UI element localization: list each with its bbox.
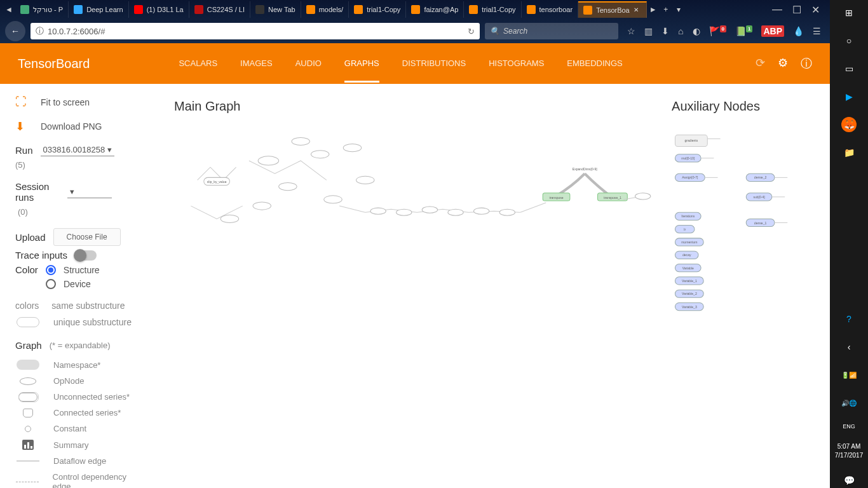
svg-point-8 — [324, 196, 342, 203]
search-box[interactable]: 🔍 Search — [485, 23, 618, 39]
graph-svg[interactable]: clip_by_value — [172, 122, 817, 477]
browser-tab[interactable]: faizan@Ap — [406, 1, 464, 18]
back-button[interactable]: ← — [5, 21, 25, 41]
pocket-icon[interactable]: ◐ — [693, 26, 700, 36]
system-clock[interactable]: 5:07 AM 7/17/2017 — [835, 442, 864, 460]
volume-icon[interactable]: 🔊🌐 — [841, 395, 857, 410]
choose-file-button[interactable]: Choose File — [53, 228, 121, 246]
radio-device[interactable] — [46, 279, 56, 289]
legend-namespace: Namespace* — [53, 360, 100, 370]
legend-unconnected: Unconnected series* — [53, 392, 130, 402]
browser-tab[interactable]: models/ — [301, 1, 349, 18]
svg-text:dense_2: dense_2 — [754, 175, 767, 179]
browser-tab[interactable]: trial1-Copy — [464, 1, 521, 18]
help-tray-icon[interactable]: ? — [841, 311, 857, 327]
tab-label: טורקל - P — [33, 6, 63, 14]
tab-embeddings[interactable]: EMBEDDINGS — [567, 44, 622, 83]
same-substructure-label: same substructure — [51, 301, 125, 311]
legend-opnode: OpNode — [53, 376, 84, 386]
downloads-icon[interactable]: ⬇ — [661, 26, 669, 36]
browser-tab-active[interactable]: TensorBoa✕ — [578, 1, 647, 18]
aux-nodes[interactable]: gradients mul[0-10] Assign[0-7] Iteratio… — [675, 135, 787, 310]
close-window-icon[interactable]: ✕ — [811, 4, 820, 16]
svg-text:decay: decay — [682, 253, 691, 257]
tensorboard-tabs: SCALARS IMAGES AUDIO GRAPHS DISTRIBUTION… — [179, 44, 622, 83]
tensorboard-header-icons: ⟳ ⚙ ⓘ — [756, 56, 812, 71]
minimize-icon[interactable]: — — [772, 4, 782, 16]
download-png-button[interactable]: ⬇ Download PNG — [15, 119, 144, 133]
session-count: (0) — [18, 207, 28, 217]
expand-tray-icon[interactable]: ‹ — [841, 339, 857, 355]
tab-graphs[interactable]: GRAPHS — [344, 44, 379, 83]
device-label: Device — [64, 279, 91, 289]
svg-point-22 — [635, 193, 650, 200]
library-icon[interactable]: ▥ — [644, 26, 653, 36]
browser-tab[interactable]: Deep Learn — [69, 1, 129, 18]
tab-strip: ◄ טורקל - P Deep Learn (1) D3L1 La CS224… — [0, 0, 830, 19]
browser-chrome: ◄ טורקל - P Deep Learn (1) D3L1 La CS224… — [0, 0, 830, 43]
fit-to-screen-button[interactable]: ⛶ Fit to screen — [15, 95, 144, 109]
tab-scroll-left[interactable]: ◄ — [3, 3, 15, 17]
battery-wifi-icon[interactable]: 🔋📶 — [841, 367, 857, 383]
browser-tab[interactable]: טורקל - P — [15, 1, 69, 18]
svg-text:clip_by_value: clip_by_value — [207, 180, 227, 184]
notifications-icon[interactable]: 💬 — [841, 473, 857, 488]
help-icon[interactable]: ⓘ — [801, 56, 812, 71]
home-icon[interactable]: ⌂ — [678, 26, 683, 36]
new-tab-button[interactable]: + — [660, 3, 672, 17]
info-icon[interactable]: ⓘ — [36, 25, 44, 37]
trace-inputs-toggle[interactable] — [75, 250, 97, 261]
menu-icon[interactable]: ☰ — [813, 26, 821, 36]
tab-label: Deep Learn — [86, 6, 123, 13]
tab-label: faizan@Ap — [424, 6, 458, 13]
windows-taskbar: ⊞ ○ ▭ ▶ 🦊 📁 ? ‹ 🔋📶 🔊🌐 ENG 5:07 AM 7/17/2… — [830, 0, 868, 488]
url-input[interactable]: ⓘ 10.0.7.2:6006/# ↻ — [31, 23, 480, 39]
tab-scalars[interactable]: SCALARS — [179, 44, 217, 83]
browser-tab[interactable]: CS224S / LI — [189, 1, 250, 18]
browser-tab[interactable]: (1) D3L1 La — [129, 1, 189, 18]
tab-audio[interactable]: AUDIO — [295, 44, 322, 83]
music-app-icon[interactable]: ▶ — [841, 89, 857, 104]
browser-tab[interactable]: trial1-Copy — [349, 1, 406, 18]
browser-tab[interactable]: tensorboar — [522, 1, 579, 18]
graph-canvas[interactable]: Main Graph Auxiliary Nodes clip_by_value — [159, 84, 830, 488]
gear-icon[interactable]: ⚙ — [778, 56, 788, 71]
main-graph-nodes[interactable]: clip_by_value — [191, 137, 650, 222]
svg-text:transpose_1: transpose_1 — [604, 196, 621, 200]
session-runs-label: Session runs — [15, 181, 60, 203]
close-icon[interactable]: ✕ — [634, 6, 641, 14]
extension-badge-red[interactable]: 🚩0 — [709, 26, 726, 36]
refresh-icon[interactable]: ↻ — [468, 27, 475, 36]
run-count: (5) — [15, 160, 144, 170]
tab-distributions[interactable]: DISTRIBUTIONS — [402, 44, 466, 83]
svg-point-10 — [343, 144, 361, 152]
tab-images[interactable]: IMAGES — [240, 44, 273, 83]
browser-tab[interactable]: New Tab — [250, 1, 301, 18]
bookmark-icon[interactable]: ☆ — [627, 26, 635, 36]
run-select[interactable]: 033816.0018258 ▾ — [41, 144, 115, 156]
extension-badge-green[interactable]: 📗1 — [735, 26, 752, 36]
explorer-icon[interactable]: 📁 — [841, 145, 857, 160]
session-select[interactable]: ▾ — [67, 186, 112, 198]
maximize-icon[interactable]: ☐ — [792, 4, 801, 16]
tab-label: New Tab — [268, 6, 295, 13]
url-text: 10.0.7.2:6006/# — [48, 27, 105, 36]
tab-list-button[interactable]: ▾ — [672, 3, 685, 17]
svg-text:Variable_2: Variable_2 — [682, 292, 697, 295]
refresh-icon[interactable]: ⟳ — [756, 56, 765, 71]
abp-icon[interactable]: ABP — [761, 25, 784, 37]
radio-structure[interactable] — [46, 265, 56, 275]
tab-scroll-right[interactable]: ► — [647, 3, 660, 17]
tensorboard-body: ⛶ Fit to screen ⬇ Download PNG Run 03381… — [0, 84, 830, 488]
firefox-icon[interactable]: 🦊 — [841, 117, 857, 132]
legend-dataflow: Dataflow edge — [53, 456, 106, 466]
task-view-icon[interactable]: ▭ — [841, 61, 857, 76]
drop-icon[interactable]: 💧 — [793, 26, 804, 36]
trace-inputs-label: Trace inputs — [15, 250, 67, 261]
tab-histograms[interactable]: HISTOGRAMS — [489, 44, 544, 83]
svg-point-16 — [499, 209, 515, 215]
language-indicator[interactable]: ENG — [843, 423, 855, 430]
windows-start-icon[interactable]: ⊞ — [841, 5, 857, 20]
download-icon: ⬇ — [15, 119, 29, 133]
cortana-icon[interactable]: ○ — [841, 33, 857, 48]
